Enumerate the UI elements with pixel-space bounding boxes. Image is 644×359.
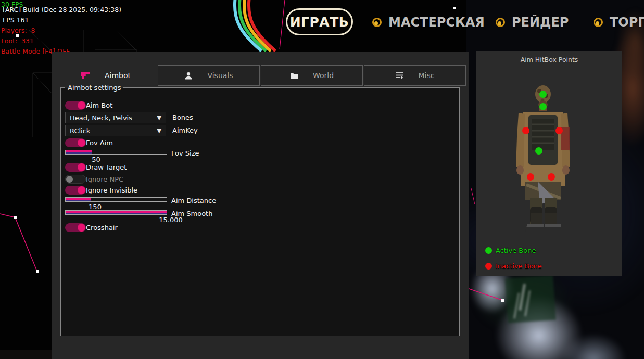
fov-size-slider[interactable]: 50 [65,150,167,155]
hitbox-dot-head [539,91,547,98]
menu-item-trade[interactable]: ТОРГО [594,14,644,31]
draw-target-toggle[interactable] [65,163,86,172]
aimkey-label: AimKey [172,126,198,135]
hitbox-preview-panel: Aim HitBox Points [476,51,622,276]
ignore-invisible-label: Ignore Invisible [86,186,137,195]
aim-bot-toggle[interactable] [65,101,86,110]
group-title: Aimbot settings [65,83,123,92]
cheat-menu-window: Aimbot Visuals World [52,52,469,359]
tab-bar: Aimbot Visuals World [55,65,466,86]
hitbox-dot-right-thigh [548,173,555,181]
fov-size-label: Fov Size [171,149,199,158]
chevron-down-icon: ▼ [157,127,161,134]
screen: 30 FPS [ARC] Build (Dec 28 2025, 09:43:3… [0,0,644,359]
tab-label: World [313,71,334,80]
slider-fill [66,211,167,214]
gun-icon [81,72,90,79]
tab-label: Visuals [207,71,233,80]
legend-label: Active Bone [496,247,536,254]
aimkey-dropdown-value: RClick [70,127,90,135]
hitbox-dot-neck [539,103,547,110]
bones-label: Bones [172,113,193,122]
coin-icon [372,18,382,27]
aimbot-settings-group: Aimbot settings Aim Bot Head, Neck, Pelv… [60,87,460,336]
ignore-npc-toggle[interactable] [65,175,86,184]
coin-icon [496,18,505,27]
menu-item-workshop[interactable]: МАСТЕРСКАЯ [372,14,485,31]
fov-aim-label: Fov Aim [86,139,113,147]
tab-misc[interactable]: Misc [364,65,466,86]
aimkey-dropdown[interactable]: RClick ▼ [65,125,166,136]
aim-smooth-slider[interactable]: 15.000 [65,210,167,215]
slider-fill [66,150,92,154]
hitbox-panel-title: Aim HitBox Points [476,56,622,63]
tab-world[interactable]: World [261,65,363,86]
game-exit-sign [505,275,556,323]
inactive-bone-dot-icon [485,263,492,270]
ignore-invisible-toggle[interactable] [65,186,86,195]
slider-fill [66,198,91,201]
game-main-menu: ИГРАТЬ МАСТЕРСКАЯ РЕЙДЕР ТОРГО [0,0,644,49]
tab-visuals[interactable]: Visuals [158,65,260,86]
aim-distance-value: 150 [89,203,102,211]
aim-distance-slider[interactable]: 150 [65,197,167,202]
fov-aim-toggle[interactable] [65,138,86,147]
aim-bot-label: Aim Bot [86,101,112,110]
menu-item-label: РЕЙДЕР [512,15,569,30]
tab-aimbot[interactable]: Aimbot [55,65,157,86]
aim-smooth-label: Aim Smooth [171,210,212,218]
person-icon [184,72,193,80]
ignore-npc-label: Ignore NPC [86,175,123,184]
sliders-icon [396,72,404,80]
hitbox-dot-left-shoulder [522,127,529,134]
play-button[interactable]: ИГРАТЬ [286,8,353,35]
aim-distance-label: Aim Distance [171,197,216,205]
draw-target-label: Draw Target [86,163,127,172]
hitbox-dot-right-shoulder [555,127,563,134]
legend-active-bone: Active Bone [485,247,536,254]
legend-label: Inactive Bone [496,262,542,270]
crosshair-label: Crosshair [86,224,118,232]
bones-dropdown[interactable]: Head, Neck, Pelvis ▼ [65,112,166,123]
menu-item-label: МАСТЕРСКАЯ [388,15,485,30]
hitbox-dot-left-thigh [527,173,534,181]
tab-label: Misc [419,71,435,80]
menu-item-label: ТОРГО [610,15,644,30]
menu-item-raider[interactable]: РЕЙДЕР [496,14,569,31]
coin-icon [594,18,603,27]
bones-dropdown-value: Head, Neck, Pelvis [70,114,132,122]
fov-size-value: 50 [92,156,100,163]
crosshair-toggle[interactable] [65,223,86,232]
folder-icon [290,72,298,79]
hitbox-dot-pelvis [535,147,542,155]
active-bone-dot-icon [485,247,492,254]
tab-label: Aimbot [105,71,131,80]
legend-inactive-bone: Inactive Bone [485,262,542,270]
chevron-down-icon: ▼ [157,114,161,121]
